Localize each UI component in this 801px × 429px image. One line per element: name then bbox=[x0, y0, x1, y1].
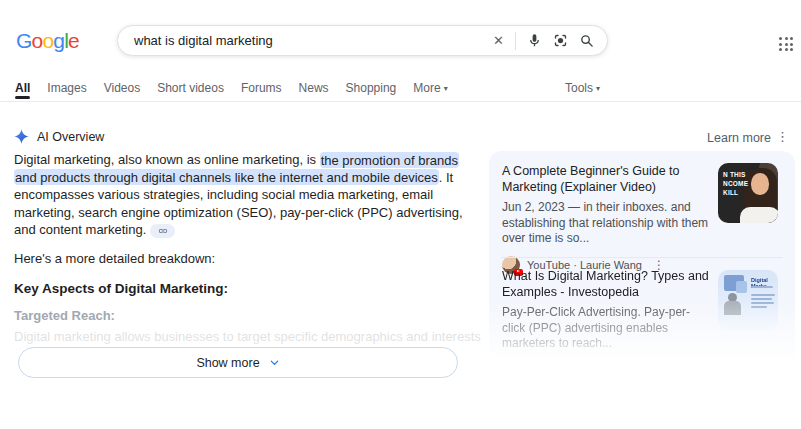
google-search-results-page: Google ✕ All Images Videos Short videos … bbox=[0, 0, 801, 429]
logo-letter: G bbox=[16, 29, 32, 52]
show-more-button[interactable]: Show more bbox=[18, 347, 458, 378]
tabs-divider bbox=[0, 101, 801, 102]
search-input[interactable] bbox=[118, 33, 493, 48]
tab-all[interactable]: All bbox=[15, 81, 30, 95]
article-thumbnail[interactable]: Digital Marke bbox=[718, 270, 778, 330]
mic-icon[interactable] bbox=[527, 33, 542, 48]
card-snippet: Pay-Per-Click Advertising. Pay-per-click… bbox=[502, 305, 710, 352]
citation-link-chip[interactable] bbox=[150, 224, 175, 238]
source-card-2: What Is Digital Marketing? Types and Exa… bbox=[502, 268, 710, 376]
search-bar-divider bbox=[515, 32, 516, 50]
logo-letter: o bbox=[32, 29, 43, 52]
card-title-link[interactable]: What Is Digital Marketing? Types and Exa… bbox=[502, 268, 710, 300]
chevron-down-icon bbox=[269, 357, 280, 368]
faded-text: Digital marketing allows businesses to t… bbox=[14, 329, 481, 344]
card-title-link[interactable]: A Complete Beginner's Guide to Marketing… bbox=[502, 163, 710, 195]
google-logo[interactable]: Google bbox=[16, 29, 79, 53]
section-heading: Key Aspects of Digital Marketing: bbox=[14, 281, 228, 296]
thumbnail-illustration bbox=[722, 275, 748, 313]
video-thumbnail[interactable]: N THIS NCOME KILL bbox=[718, 163, 778, 223]
tab-videos[interactable]: Videos bbox=[104, 81, 140, 95]
logo-letter: e bbox=[68, 29, 79, 52]
breakdown-intro: Here's a more detailed breakdown: bbox=[14, 251, 215, 266]
apps-grid-icon[interactable] bbox=[779, 37, 793, 51]
chevron-down-icon: ▾ bbox=[444, 84, 448, 93]
clear-icon[interactable]: ✕ bbox=[493, 34, 504, 47]
tab-shopping[interactable]: Shopping bbox=[346, 81, 397, 95]
tab-short-videos[interactable]: Short videos bbox=[157, 81, 224, 95]
logo-letter: g bbox=[53, 29, 64, 52]
learn-more-link[interactable]: Learn more bbox=[707, 131, 771, 145]
search-icon[interactable] bbox=[579, 33, 594, 48]
faded-subheading: Targeted Reach: bbox=[14, 308, 115, 323]
tab-more-label: More bbox=[413, 81, 440, 95]
faded-source-row bbox=[502, 361, 710, 376]
source-cards-panel: A Complete Beginner's Guide to Marketing… bbox=[489, 151, 795, 365]
tab-news[interactable]: News bbox=[299, 81, 329, 95]
paragraph-pre: Digital marketing, also known as online … bbox=[14, 152, 320, 167]
tools-button[interactable]: Tools▾ bbox=[565, 81, 600, 95]
chevron-down-icon: ▾ bbox=[596, 84, 600, 93]
card-divider bbox=[501, 257, 783, 258]
tab-forums[interactable]: Forums bbox=[241, 81, 282, 95]
avatar bbox=[502, 361, 517, 376]
card-snippet: Jun 2, 2023 — in their inboxes. and esta… bbox=[502, 200, 710, 247]
link-icon bbox=[158, 226, 168, 236]
results-tabs: All Images Videos Short videos Forums Ne… bbox=[15, 81, 448, 95]
tools-label: Tools bbox=[565, 81, 593, 95]
thumbnail-caption: N THIS NCOME KILL bbox=[723, 170, 748, 197]
search-bar-icons: ✕ bbox=[493, 32, 607, 50]
search-bar: ✕ bbox=[117, 25, 608, 56]
tab-more[interactable]: More▾ bbox=[413, 81, 447, 95]
tab-images[interactable]: Images bbox=[47, 81, 86, 95]
lens-icon[interactable] bbox=[553, 33, 568, 48]
logo-letter: o bbox=[42, 29, 53, 52]
ai-overview-header: AI Overview bbox=[14, 129, 104, 144]
ai-overview-text: Digital marketing, also known as online … bbox=[14, 151, 480, 239]
ai-overview-label: AI Overview bbox=[37, 130, 104, 144]
overflow-menu-icon[interactable]: ⋮ bbox=[776, 129, 789, 144]
ai-sparkle-icon bbox=[14, 129, 29, 144]
show-more-label: Show more bbox=[196, 356, 259, 370]
